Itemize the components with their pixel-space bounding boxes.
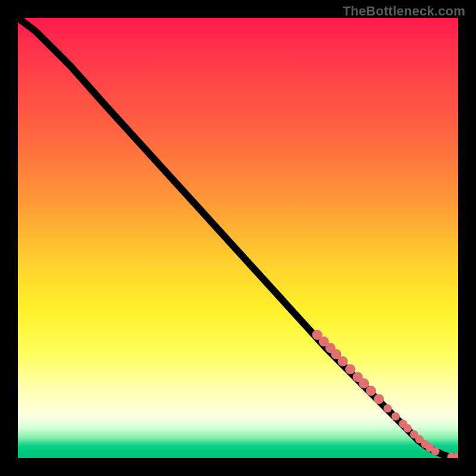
chart-svg <box>18 18 458 458</box>
data-points-group <box>312 330 458 458</box>
chart-frame: TheBottleneck.com <box>0 0 476 476</box>
watermark-text: TheBottleneck.com <box>343 4 465 19</box>
data-point <box>374 394 384 404</box>
data-point <box>345 364 355 374</box>
data-point <box>359 378 369 389</box>
data-point <box>392 412 400 421</box>
data-point <box>431 447 439 455</box>
data-point <box>384 404 392 412</box>
plot-area <box>18 18 458 458</box>
data-point <box>338 356 348 367</box>
data-point <box>366 386 376 396</box>
data-point <box>403 424 412 433</box>
bottleneck-curve <box>18 18 458 457</box>
